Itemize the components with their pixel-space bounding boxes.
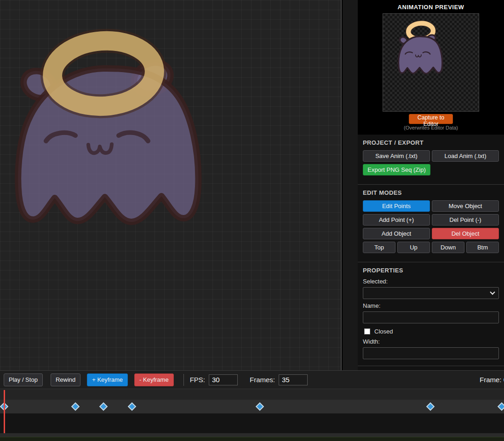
order-btm-button[interactable]: Btm <box>466 242 499 253</box>
width-field[interactable] <box>363 347 499 359</box>
edit-points-button[interactable]: Edit Points <box>363 200 430 212</box>
toolbar-divider <box>183 374 184 386</box>
move-object-button[interactable]: Move Object <box>432 200 499 212</box>
edit-modes-header: EDIT MODES <box>363 189 499 196</box>
export-png-seq-button[interactable]: Export PNG Seq (Zip) <box>363 164 430 175</box>
panel-gutter <box>343 0 358 370</box>
frames-label: Frames: <box>250 376 275 384</box>
preview-ghost <box>383 14 479 111</box>
playhead[interactable] <box>4 390 5 433</box>
keyframe-diamond[interactable] <box>498 402 504 411</box>
keyframe-diamond[interactable] <box>128 402 136 411</box>
keyframe-row[interactable] <box>0 400 504 413</box>
add-keyframe-button[interactable]: + Keyframe <box>87 373 128 386</box>
timeline-ruler[interactable] <box>0 389 504 400</box>
capture-note: (Overwrites Editor Data) <box>358 125 504 130</box>
keyframe-diamond[interactable] <box>256 402 264 411</box>
order-down-button[interactable]: Down <box>432 242 464 253</box>
timeline-toolbar: Play / Stop Rewind + Keyframe - Keyframe… <box>0 370 504 389</box>
keyframe-diamond[interactable] <box>99 402 108 411</box>
closed-checkbox[interactable] <box>364 328 370 334</box>
animation-preview-canvas <box>383 13 479 112</box>
right-panel: ANIMATION PREVIEW Capture to Editor (Ove… <box>358 0 504 370</box>
width-label: Width: <box>363 338 499 345</box>
keyframe-diamond[interactable] <box>426 402 435 411</box>
editor-canvas[interactable] <box>0 0 342 370</box>
edit-modes-section: EDIT MODES Edit Points Move Object Add P… <box>358 184 504 262</box>
add-point-button[interactable]: Add Point (+) <box>363 214 430 226</box>
fps-label: FPS: <box>190 376 205 384</box>
timeline-lower-strip <box>0 433 504 437</box>
ghost-drawing[interactable] <box>0 0 342 370</box>
capture-to-editor-button[interactable]: Capture to Editor <box>409 114 453 124</box>
properties-header: PROPERTIES <box>363 267 499 274</box>
save-anim-button[interactable]: Save Anim (.txt) <box>363 150 430 162</box>
timeline-bottom-bar <box>0 437 504 441</box>
order-up-button[interactable]: Up <box>397 242 430 253</box>
play-stop-button[interactable]: Play / Stop <box>4 373 43 386</box>
rewind-button[interactable]: Rewind <box>51 373 80 386</box>
name-field[interactable] <box>363 311 499 323</box>
add-object-button[interactable]: Add Object <box>363 228 430 239</box>
animation-preview-title: ANIMATION PREVIEW <box>358 4 504 11</box>
selected-label: Selected: <box>363 278 499 285</box>
del-object-button[interactable]: Del Object <box>432 228 499 239</box>
del-point-button[interactable]: Del Point (-) <box>432 214 499 226</box>
properties-section: PROPERTIES Selected: Name: Closed Width: <box>358 262 504 366</box>
style-section: STYLE (HSV) <box>358 366 504 370</box>
project-export-section: PROJECT / EXPORT Save Anim (.txt) Load A… <box>358 135 504 184</box>
timeline-track[interactable] <box>0 389 504 441</box>
frame-counter: Frame: 0 <box>480 376 504 384</box>
selected-object-select[interactable] <box>363 287 499 299</box>
keyframe-diamond[interactable] <box>71 402 79 411</box>
load-anim-button[interactable]: Load Anim (.txt) <box>432 150 499 162</box>
name-label: Name: <box>363 302 499 309</box>
closed-label: Closed <box>374 328 393 335</box>
order-top-button[interactable]: Top <box>363 242 395 253</box>
del-keyframe-button[interactable]: - Keyframe <box>134 373 174 386</box>
project-export-header: PROJECT / EXPORT <box>363 139 499 146</box>
fps-input[interactable] <box>209 374 238 385</box>
frames-input[interactable] <box>279 374 308 385</box>
